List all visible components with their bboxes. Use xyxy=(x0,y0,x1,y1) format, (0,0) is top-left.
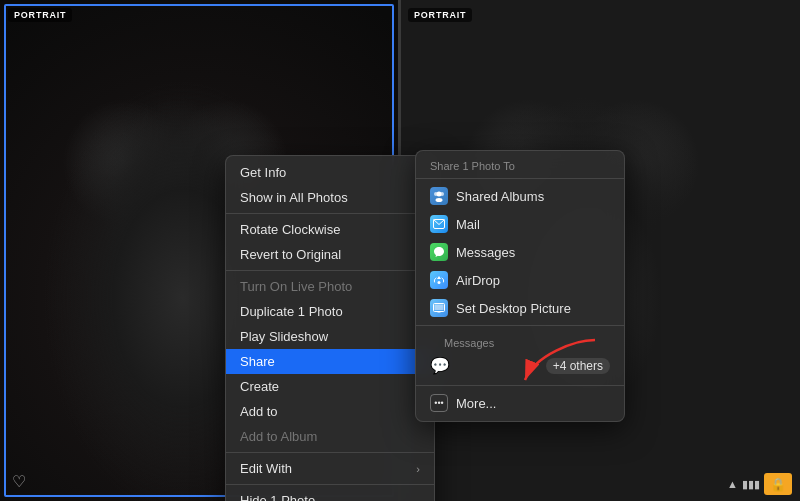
menu-separator-2 xyxy=(226,270,434,271)
submenu-header: Share 1 Photo To xyxy=(416,155,624,175)
submenu-item-more[interactable]: ••• More... xyxy=(416,389,624,417)
messages-bubble-icon: 💬 xyxy=(430,356,450,375)
submenu-separator-mid xyxy=(416,325,624,326)
messages-icon xyxy=(430,243,448,261)
more-icon: ••• xyxy=(430,394,448,412)
menu-item-get-info[interactable]: Get Info xyxy=(226,160,434,185)
menu-item-add-to[interactable]: Add to › xyxy=(226,399,434,424)
svg-point-3 xyxy=(436,198,443,202)
menu-item-slideshow[interactable]: Play Slideshow xyxy=(226,324,434,349)
share-submenu: Share 1 Photo To Shared Albums Mail xyxy=(415,150,625,422)
chevron-right-icon: › xyxy=(416,463,420,475)
menu-item-show-all-photos[interactable]: Show in All Photos xyxy=(226,185,434,210)
others-badge: +4 others xyxy=(546,358,610,374)
heart-icon[interactable]: ♡ xyxy=(12,472,26,491)
right-portrait-badge: PORTRAIT xyxy=(408,8,472,22)
submenu-separator-bottom xyxy=(416,385,624,386)
menu-item-create[interactable]: Create › xyxy=(226,374,434,399)
left-portrait-badge: PORTRAIT xyxy=(8,8,72,22)
svg-point-1 xyxy=(434,192,438,196)
submenu-item-shared-albums[interactable]: Shared Albums xyxy=(416,182,624,210)
messages-row[interactable]: 💬 +4 others xyxy=(430,352,610,379)
context-menu: Get Info Show in All Photos Rotate Clock… xyxy=(225,155,435,501)
svg-point-2 xyxy=(440,192,444,196)
svg-rect-8 xyxy=(438,312,441,313)
lock-icon[interactable]: 🔒 xyxy=(764,473,792,495)
submenu-separator-top xyxy=(416,178,624,179)
svg-rect-7 xyxy=(435,305,444,311)
menu-separator-3 xyxy=(226,452,434,453)
submenu-item-airdrop[interactable]: AirDrop xyxy=(416,266,624,294)
messages-section-label: Messages xyxy=(430,332,610,352)
submenu-item-messages[interactable]: Messages xyxy=(416,238,624,266)
menu-item-duplicate[interactable]: Duplicate 1 Photo xyxy=(226,299,434,324)
shared-albums-icon xyxy=(430,187,448,205)
menu-item-revert[interactable]: Revert to Original xyxy=(226,242,434,267)
menu-item-rotate[interactable]: Rotate Clockwise xyxy=(226,217,434,242)
menu-item-hide[interactable]: Hide 1 Photo xyxy=(226,488,434,501)
submenu-item-set-desktop[interactable]: Set Desktop Picture xyxy=(416,294,624,322)
menu-item-share[interactable]: Share › xyxy=(226,349,434,374)
airdrop-icon xyxy=(430,271,448,289)
desktop-picture-icon xyxy=(430,299,448,317)
menu-item-add-to-album: Add to Album xyxy=(226,424,434,449)
messages-section: Messages 💬 +4 others xyxy=(416,329,624,382)
wifi-icon: ▲ xyxy=(727,478,738,490)
menu-item-live-photo: Turn On Live Photo xyxy=(226,274,434,299)
battery-icon: ▮▮▮ xyxy=(742,478,760,491)
status-bar: ▲ ▮▮▮ 🔒 xyxy=(727,473,792,495)
menu-item-edit-with[interactable]: Edit With › xyxy=(226,456,434,481)
mail-icon xyxy=(430,215,448,233)
svg-point-5 xyxy=(438,281,441,284)
submenu-item-mail[interactable]: Mail xyxy=(416,210,624,238)
menu-separator-4 xyxy=(226,484,434,485)
menu-separator-1 xyxy=(226,213,434,214)
